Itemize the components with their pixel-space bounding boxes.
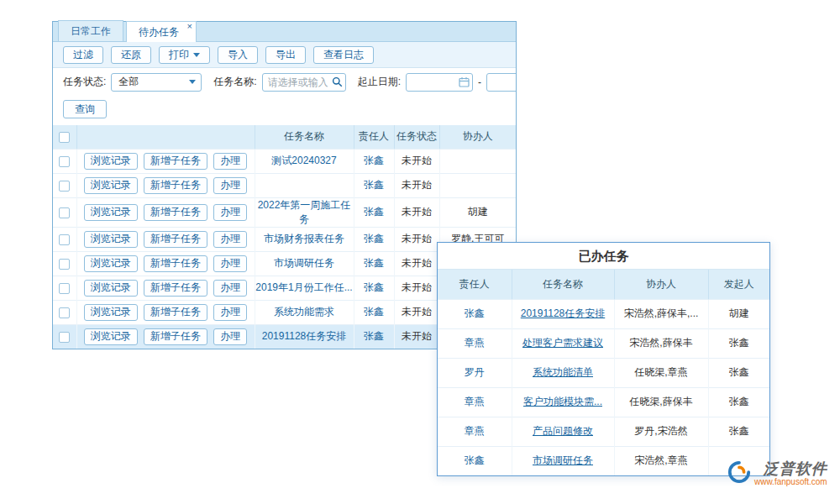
- row-checkbox[interactable]: [59, 234, 70, 245]
- task-name-link[interactable]: 市场财务报表任务: [264, 233, 344, 244]
- task-name-label: 任务名称:: [213, 75, 256, 89]
- row-checkbox[interactable]: [59, 283, 70, 294]
- date-separator: -: [478, 76, 481, 88]
- owner-link[interactable]: 张鑫: [364, 179, 384, 191]
- row-checkbox[interactable]: [59, 332, 70, 343]
- calendar-icon[interactable]: [459, 76, 470, 90]
- browse-records-button[interactable]: 浏览记录: [84, 328, 138, 345]
- handle-button[interactable]: 办理: [213, 304, 247, 321]
- owner-link[interactable]: 张鑫: [364, 257, 384, 269]
- todo-table-header: 任务名称 责任人 任务状态 协办人: [53, 125, 516, 149]
- assist-cell: 任晓渠,章燕: [614, 358, 708, 387]
- initiator-cell: 张鑫: [708, 328, 769, 358]
- owner-link[interactable]: 张鑫: [364, 281, 384, 293]
- browse-records-button[interactable]: 浏览记录: [84, 280, 138, 297]
- initiator-cell: 张鑫: [708, 358, 769, 387]
- add-subtask-button[interactable]: 新增子任务: [144, 304, 207, 321]
- status-label: 任务状态:: [63, 75, 106, 89]
- status-cell: 未开始: [394, 324, 439, 349]
- tab-todo-tasks[interactable]: 待办任务 ×: [126, 21, 197, 42]
- owner-link[interactable]: 章燕: [465, 337, 485, 349]
- add-subtask-button[interactable]: 新增子任务: [144, 153, 207, 170]
- owner-link[interactable]: 张鑫: [364, 233, 384, 244]
- add-subtask-button[interactable]: 新增子任务: [144, 204, 207, 221]
- owner-link[interactable]: 章燕: [465, 396, 485, 407]
- owner-link[interactable]: 张鑫: [364, 155, 384, 166]
- owner-link[interactable]: 张鑫: [364, 306, 384, 318]
- row-checkbox[interactable]: [59, 307, 70, 318]
- owner-link[interactable]: 张鑫: [364, 330, 384, 342]
- brand-url[interactable]: www.fanpusoft.com: [754, 477, 827, 487]
- browse-records-button[interactable]: 浏览记录: [84, 231, 138, 248]
- browse-records-button[interactable]: 浏览记录: [84, 304, 138, 321]
- import-button[interactable]: 导入: [218, 46, 258, 64]
- task-name-link[interactable]: 市场调研任务: [274, 257, 334, 269]
- owner-link[interactable]: 罗丹: [465, 366, 485, 378]
- fanpu-logo-icon: [727, 460, 751, 487]
- assist-cell: 宋浩然,薛保丰: [614, 328, 708, 358]
- task-name-link[interactable]: 2022年第一周施工任务: [258, 199, 351, 225]
- column-header-assist: 协办人: [614, 270, 708, 299]
- browse-records-button[interactable]: 浏览记录: [84, 255, 138, 272]
- handle-button[interactable]: 办理: [213, 231, 247, 248]
- table-row: 章燕 客户功能模块需... 任晓渠,薛保丰 张鑫: [438, 387, 769, 417]
- filter-button[interactable]: 过滤: [63, 46, 103, 64]
- search-icon[interactable]: [332, 76, 343, 90]
- owner-link[interactable]: 章燕: [465, 425, 485, 437]
- browse-records-button[interactable]: 浏览记录: [84, 177, 138, 194]
- done-table-header: 责任人 任务名称 协办人 发起人: [438, 270, 769, 299]
- row-checkbox[interactable]: [59, 181, 70, 192]
- actions-column-header: [76, 125, 255, 149]
- handle-button[interactable]: 办理: [213, 153, 247, 170]
- export-button[interactable]: 导出: [265, 46, 306, 64]
- task-name-link[interactable]: 20191128任务安排: [262, 330, 347, 342]
- browse-records-button[interactable]: 浏览记录: [84, 153, 138, 170]
- status-cell: 未开始: [394, 276, 439, 300]
- add-subtask-button[interactable]: 新增子任务: [144, 280, 207, 297]
- add-subtask-button[interactable]: 新增子任务: [144, 177, 207, 194]
- row-checkbox[interactable]: [59, 259, 70, 270]
- browse-records-button[interactable]: 浏览记录: [84, 204, 138, 221]
- status-select[interactable]: 全部: [111, 73, 202, 92]
- assist-cell: 罗丹,宋浩然: [614, 417, 708, 446]
- status-cell: 未开始: [394, 149, 439, 173]
- task-name-link[interactable]: 20191128任务安排: [521, 307, 606, 319]
- task-name-link[interactable]: 2019年1月份工作任...: [255, 281, 352, 293]
- print-button[interactable]: 打印: [159, 46, 210, 64]
- task-name-link[interactable]: 系统功能清单: [533, 366, 593, 378]
- task-name-link[interactable]: 产品问题修改: [533, 425, 593, 437]
- view-log-button[interactable]: 查看日志: [313, 46, 374, 64]
- owner-link[interactable]: 张鑫: [465, 454, 485, 466]
- date-to-input[interactable]: [486, 73, 516, 92]
- assist-cell: 任晓渠,薛保丰: [614, 387, 708, 417]
- owner-link[interactable]: 张鑫: [465, 307, 485, 319]
- task-name-link[interactable]: 测试20240327: [271, 155, 336, 166]
- date-from-wrap: [406, 73, 473, 92]
- query-button[interactable]: 查询: [63, 100, 107, 118]
- task-name-link[interactable]: 系统功能需求: [274, 306, 334, 318]
- initiator-cell: 张鑫: [708, 387, 769, 417]
- row-checkbox[interactable]: [59, 207, 70, 218]
- handle-button[interactable]: 办理: [213, 328, 247, 345]
- owner-link[interactable]: 张鑫: [364, 206, 384, 218]
- task-name-link[interactable]: 客户功能模块需...: [523, 396, 602, 407]
- handle-button[interactable]: 办理: [213, 280, 247, 297]
- assist-cell: 宋浩然,章燕: [614, 446, 708, 475]
- handle-button[interactable]: 办理: [213, 255, 247, 272]
- row-checkbox[interactable]: [59, 156, 70, 167]
- select-all-checkbox[interactable]: [59, 132, 70, 143]
- task-name-link[interactable]: 市场调研任务: [533, 454, 593, 466]
- initiator-cell: 胡建: [708, 299, 769, 328]
- status-cell: 未开始: [394, 251, 439, 276]
- add-subtask-button[interactable]: 新增子任务: [144, 328, 207, 345]
- status-cell: 未开始: [394, 197, 439, 227]
- tab-daily-work[interactable]: 日常工作: [58, 20, 123, 41]
- restore-button[interactable]: 还原: [111, 46, 151, 64]
- table-row: 章燕 处理客户需求建议 宋浩然,薛保丰 张鑫: [438, 328, 769, 358]
- add-subtask-button[interactable]: 新增子任务: [144, 255, 207, 272]
- close-tab-icon[interactable]: ×: [187, 21, 192, 31]
- handle-button[interactable]: 办理: [213, 204, 247, 221]
- add-subtask-button[interactable]: 新增子任务: [144, 231, 207, 248]
- task-name-link[interactable]: 处理客户需求建议: [522, 337, 603, 349]
- handle-button[interactable]: 办理: [213, 177, 247, 194]
